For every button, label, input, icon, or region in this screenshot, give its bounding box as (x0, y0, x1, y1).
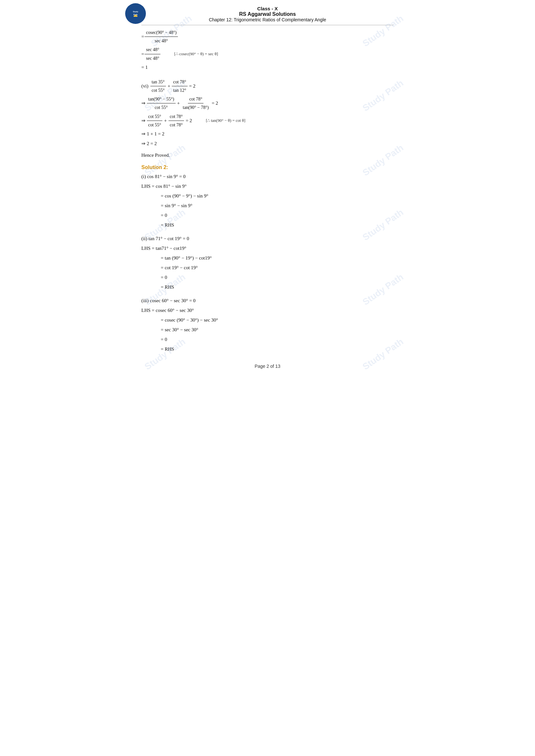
part-vi-statement: (vi) tan 35° cot 55° + cot 78° tan 12° =… (141, 78, 394, 94)
i-rhs-text: = RHS (161, 221, 174, 230)
iii-lhs: LHS = cosec 60° − sec 30° (141, 306, 394, 315)
num-tan35: tan 35° (151, 78, 166, 86)
ii-step3: = 0 (141, 273, 394, 282)
hence-text: Hence Proved. (141, 151, 170, 160)
part-i-block: (i) cos 81° − sin 9° = 0 LHS = cos 81° −… (141, 172, 394, 230)
vi-step2: ⇒ cot 55° cot 55° + cot 78° cot 78° = 2 … (141, 113, 394, 129)
plus2: + (177, 99, 180, 108)
implies1: ⇒ (141, 99, 146, 108)
i-lhs: LHS = cos 81° − sin 9° (141, 182, 394, 191)
eq-2: = 2 (189, 82, 196, 91)
den-cot78b: cot 78° (169, 121, 184, 129)
vi-label: (vi) (141, 82, 149, 91)
i-lhs-text: LHS = cos 81° − sin 9° (141, 182, 187, 191)
i-zero: = 0 (161, 211, 167, 220)
den-tan12: tan 12° (172, 86, 187, 94)
eq-2c: = 2 (186, 116, 192, 125)
plus3: + (164, 116, 167, 125)
ii-step2: = cot 19° − cot 19° (141, 263, 394, 273)
iii-rhs-text: = RHS (161, 345, 174, 354)
part-vi-block: (vi) tan 35° cot 55° + cot 78° tan 12° =… (141, 78, 394, 160)
part-iii-block: (iii) cosec 60° − sec 30° = 0 LHS = cose… (141, 296, 394, 354)
den-cot55c: cot 55° (147, 121, 162, 129)
iii-rhs: = RHS (141, 345, 394, 354)
implies3: ⇒ 1 + 1 = 2 (141, 130, 164, 138)
ii-lhs-text: LHS = tan71° − cot19° (141, 244, 186, 253)
hint-cosec: [∴ cosec(90° − θ) = sec θ] (174, 50, 218, 58)
equals-sign: = (141, 32, 144, 41)
svg-rect-3 (134, 16, 137, 17)
line-eq2: = sec 48° sec 48° [∴ cosec(90° − θ) = se… (141, 45, 394, 62)
den-cot55: cot 55° (151, 86, 166, 94)
page: Study Path Study Path Study Path Study P… (122, 0, 413, 412)
i-step1-text: = cos (90° − 9°) − sin 9° (161, 192, 208, 201)
ii-label: (ii) tan 71° − cot 19° = 0 (141, 234, 189, 243)
ii-step1: = tan (90° − 19°) − cot19° (141, 254, 394, 263)
iii-step1: = cosec (90° − 30°) − sec 30° (141, 316, 394, 325)
ii-zero: = 0 (161, 273, 167, 282)
ii-step2-text: = cot 19° − cot 19° (161, 263, 198, 272)
continuation-block: = cosec(90° − 48°) sec 48° = sec 48° sec… (141, 28, 394, 72)
iii-zero: = 0 (161, 335, 167, 344)
iii-step2-text: = sec 30° − sec 30° (161, 325, 198, 334)
i-rhs: = RHS (141, 221, 394, 230)
line-eq3: = 1 (141, 63, 394, 72)
fraction-cosec-sec: cosec(90° − 48°) sec 48° (145, 28, 178, 45)
implies4: ⇒ 2 = 2 (141, 139, 157, 148)
frac-cot55-cot55: cot 55° cot 55° (147, 113, 162, 129)
eq-2b: = 2 (212, 99, 218, 108)
page-footer: Page 2 of 13 (141, 364, 394, 369)
den-cot55b: cot 55° (153, 103, 169, 112)
equals-sign2: = (141, 50, 144, 59)
page-number: Page 2 of 13 (255, 364, 280, 369)
i-step1: = cos (90° − 9°) − sin 9° (141, 192, 394, 201)
num-cot78c: cot 78° (169, 113, 184, 121)
vi-step1: ⇒ tan(90° − 55°) cot 55° + cot 78° tan(9… (141, 95, 394, 112)
vi-step4: ⇒ 2 = 2 (141, 139, 394, 148)
implies2: ⇒ (141, 116, 146, 125)
ii-statement: (ii) tan 71° − cot 19° = 0 (141, 234, 394, 243)
numerator-sec48: sec 48° (145, 45, 160, 54)
i-step3: = 0 (141, 211, 394, 220)
iii-step1-text: = cosec (90° − 30°) − sec 30° (161, 316, 218, 325)
iii-lhs-text: LHS = cosec 60° − sec 30° (141, 306, 194, 315)
i-step2-text: = sin 9° − sin 9° (161, 202, 192, 210)
chapter-title: Chapter 12: Trigonometric Ratios of Comp… (141, 17, 394, 22)
vi-step3: ⇒ 1 + 1 = 2 (141, 130, 394, 139)
class-label: Class - X (141, 6, 394, 11)
i-statement: (i) cos 81° − sin 9° = 0 (141, 172, 394, 181)
frac-tan35-cot55: tan 35° cot 55° (151, 78, 166, 94)
den-tan90m78: tan(90° − 78°) (182, 103, 210, 112)
fraction-sec48-sec48: sec 48° sec 48° (145, 45, 160, 62)
num-cot78: cot 78° (172, 78, 187, 86)
num-cot55: cot 55° (147, 113, 162, 121)
book-title: RS Aggarwal Solutions (141, 11, 394, 17)
iii-label: (iii) cosec 60° − sec 30° = 0 (141, 296, 196, 305)
num-tan90m55: tan(90° − 55°) (147, 95, 176, 103)
hint-tan: [∴ tan(90° − θ) = cot θ] (206, 117, 245, 124)
page-header: Class - X RS Aggarwal Solutions Chapter … (141, 3, 394, 22)
iii-step3: = 0 (141, 335, 394, 344)
ii-rhs: = RHS (141, 283, 394, 292)
plus1: + (168, 82, 170, 91)
iii-step2: = sec 30° − sec 30° (141, 325, 394, 335)
iii-statement: (iii) cosec 60° − sec 30° = 0 (141, 296, 394, 306)
frac-cot78-tan12: cot 78° tan 12° (172, 78, 187, 94)
part-ii-block: (ii) tan 71° − cot 19° = 0 LHS = tan71° … (141, 234, 394, 292)
frac-cot78-tan90m78: cot 78° tan(90° − 78°) (182, 95, 210, 112)
i-label: (i) cos 81° − sin 9° = 0 (141, 172, 186, 181)
i-step2: = sin 9° − sin 9° (141, 202, 394, 210)
denominator-sec48: sec 48° (153, 37, 169, 45)
denominator-sec48b: sec 48° (145, 54, 160, 62)
numerator-cosec: cosec(90° − 48°) (145, 28, 178, 37)
frac-cot78-cot78: cot 78° cot 78° (169, 113, 184, 129)
ii-rhs-text: = RHS (161, 283, 174, 291)
solution2-heading: Solution 2: (141, 165, 394, 170)
ii-lhs: LHS = tan71° − cot19° (141, 244, 394, 253)
frac-tan90m55-cot55: tan(90° − 55°) cot 55° (147, 95, 176, 112)
num-cot78b: cot 78° (188, 95, 204, 103)
line-eq1: = cosec(90° − 48°) sec 48° (141, 28, 394, 45)
hence-proved: Hence Proved. (141, 151, 394, 160)
ii-step1-text: = tan (90° − 19°) − cot19° (161, 254, 212, 262)
logo: Study Path (125, 3, 148, 26)
